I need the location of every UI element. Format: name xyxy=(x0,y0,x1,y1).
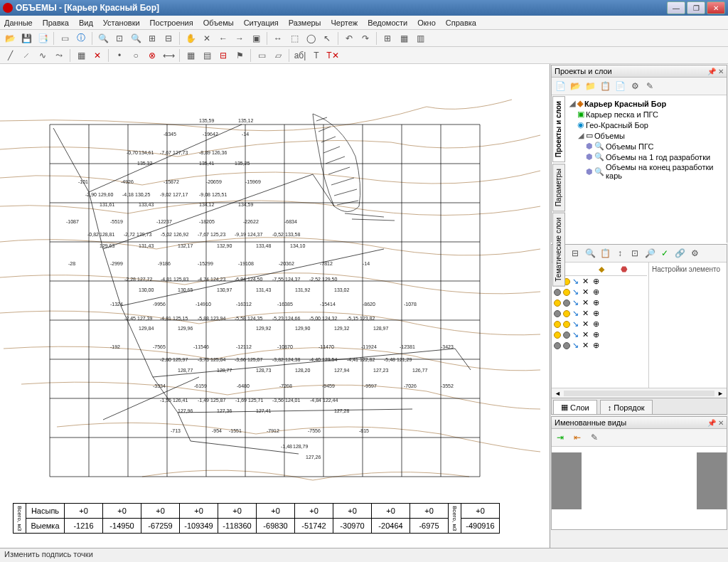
flag-icon[interactable]: ⚑ xyxy=(232,48,247,63)
tile-icon[interactable]: ▦ xyxy=(397,31,411,46)
delete-icon[interactable]: ✕ xyxy=(90,48,105,63)
layer-row[interactable]: ↘✕⊕ xyxy=(553,340,647,351)
lasso-icon[interactable]: ◯ xyxy=(304,31,318,46)
open-icon[interactable]: 📂 xyxy=(3,31,17,46)
pin-icon[interactable]: 📌 ✕ xyxy=(707,419,724,427)
window-icon[interactable]: ⊞ xyxy=(380,31,395,46)
zoom-window-icon[interactable]: ⊡ xyxy=(112,31,127,46)
pin-icon[interactable]: 📌 ✕ xyxy=(707,68,724,75)
view-add-icon[interactable]: ⇥ xyxy=(553,430,567,445)
label-icon[interactable]: T xyxy=(309,48,323,63)
layer-props-icon[interactable]: ⊡ xyxy=(628,246,642,260)
del-node-icon[interactable]: ⊗ xyxy=(145,48,159,63)
maximize-button[interactable]: ❐ xyxy=(687,1,705,14)
copy-icon[interactable]: 📋 xyxy=(598,79,612,93)
view-thumb[interactable] xyxy=(552,452,582,509)
polyline-icon[interactable]: ⟋ xyxy=(19,48,33,63)
vtab-params[interactable]: Параметры xyxy=(552,164,565,211)
tab-layer-order[interactable]: ↕Порядок xyxy=(600,400,653,414)
folder-icon[interactable]: 📁 xyxy=(583,79,597,93)
redo-icon[interactable]: ↷ xyxy=(358,31,373,46)
menu-item[interactable]: Данные xyxy=(4,18,33,27)
layer-del-icon[interactable]: ⊟ xyxy=(568,246,582,260)
view-thumb[interactable] xyxy=(697,452,727,509)
tree-root[interactable]: ◢◈Карьер Красный Бор xyxy=(569,98,724,109)
open2-icon[interactable]: 📂 xyxy=(568,79,582,93)
layer-filter-icon[interactable]: 🔍 xyxy=(583,246,597,260)
layer-row[interactable]: ↘✕⊕ xyxy=(553,308,647,319)
zoom-out-icon[interactable]: 🔍 xyxy=(129,31,143,46)
close-button[interactable]: ✕ xyxy=(707,1,725,14)
curve-icon[interactable]: ∿ xyxy=(36,48,50,63)
layer-check-icon[interactable]: ✓ xyxy=(658,246,672,260)
tab-layers[interactable]: ▦Слои xyxy=(553,400,597,414)
menu-item[interactable]: Объемы xyxy=(203,18,234,27)
point-icon[interactable]: • xyxy=(112,48,127,63)
menu-item[interactable]: Ведомости xyxy=(368,18,407,27)
tree-item[interactable]: ▣Карьер песка и ПГС xyxy=(569,109,724,120)
layers-icon[interactable]: 📑 xyxy=(36,31,50,46)
edit-icon[interactable]: ✎ xyxy=(643,79,657,93)
arrow-r-icon[interactable]: → xyxy=(232,31,247,46)
layer-row[interactable]: ↘✕⊕ xyxy=(553,329,647,340)
cursor-icon[interactable]: ↖ xyxy=(320,31,334,46)
box-icon[interactable]: ▣ xyxy=(249,31,263,46)
arrows-icon[interactable]: ✕ xyxy=(200,31,214,46)
menu-item[interactable]: Ситуация xyxy=(244,18,279,27)
frame-icon[interactable]: ▭ xyxy=(58,31,72,46)
new-icon[interactable]: 📄 xyxy=(553,79,567,93)
grid-icon[interactable]: ▦ xyxy=(74,48,88,63)
menu-item[interactable]: Вид xyxy=(79,18,93,27)
menu-item[interactable]: Окно xyxy=(417,18,436,27)
layer-row[interactable]: ↘✕⊕ xyxy=(553,297,647,308)
layer-link-icon[interactable]: 🔗 xyxy=(673,246,687,260)
tree-subitem[interactable]: ⬢🔍Объемы на 1 год разработки xyxy=(569,152,724,162)
measure-icon[interactable]: ↔ xyxy=(271,31,285,46)
tree-item[interactable]: ◉Гео-Красный Бор xyxy=(569,120,724,130)
view-del-icon[interactable]: ✎ xyxy=(587,430,601,445)
tree-subitem[interactable]: ⬢🔍Объемы ПГС xyxy=(569,141,724,152)
layer-find-icon[interactable]: 🔎 xyxy=(643,246,657,260)
drawing-area[interactable]: 135,59135,12-8345-19642-14-0,70134,61-7,… xyxy=(0,64,550,548)
layer-copy-icon[interactable]: 📋 xyxy=(598,246,612,260)
line-icon[interactable]: ╱ xyxy=(3,48,17,63)
page-icon[interactable]: ▱ xyxy=(271,48,285,63)
table2-icon[interactable]: ▤ xyxy=(200,48,214,63)
sheet-icon[interactable]: ▭ xyxy=(255,48,269,63)
zoom-in-icon[interactable]: 🔍 xyxy=(96,31,110,46)
view-go-icon[interactable]: ⇤ xyxy=(570,430,584,445)
paste-icon[interactable]: 📄 xyxy=(613,79,627,93)
menu-item[interactable]: Размеры xyxy=(289,18,321,27)
cascade-icon[interactable]: ▥ xyxy=(413,31,427,46)
layer-move-icon[interactable]: ↕ xyxy=(613,246,627,260)
zoom-extents-icon[interactable]: ⊞ xyxy=(145,31,159,46)
pan-icon[interactable]: ✋ xyxy=(183,31,198,46)
save-icon[interactable]: 💾 xyxy=(19,31,33,46)
menu-item[interactable]: Правка xyxy=(43,18,69,27)
zoom-fit-icon[interactable]: ⊟ xyxy=(161,31,176,46)
props-icon[interactable]: ⚙ xyxy=(628,79,642,93)
info-icon[interactable]: ⓘ xyxy=(74,31,88,46)
vtab-projects[interactable]: Проекты и слои xyxy=(552,96,565,162)
table-icon[interactable]: ▦ xyxy=(183,48,198,63)
arrow-l-icon[interactable]: ← xyxy=(216,31,230,46)
menu-item[interactable]: Справка xyxy=(446,18,476,27)
tree-item[interactable]: ◢▭Объемы xyxy=(569,130,724,141)
dim-icon[interactable]: ⟷ xyxy=(161,48,176,63)
minimize-button[interactable]: — xyxy=(667,1,685,14)
layer-row[interactable]: ↘✕⊕ xyxy=(553,287,647,297)
layer-row[interactable]: ↘✕⊕ xyxy=(553,276,647,287)
arrow-icon[interactable]: ⤳ xyxy=(52,48,66,63)
menu-item[interactable]: Чертеж xyxy=(331,18,358,27)
select-icon[interactable]: ⬚ xyxy=(287,31,301,46)
tree-subitem[interactable]: ⬢🔍Объемы на конец разработки карь xyxy=(569,162,724,181)
node-icon[interactable]: ○ xyxy=(129,48,143,63)
layer-row[interactable]: ↘✕⊕ xyxy=(553,319,647,329)
text-icon[interactable]: аб| xyxy=(293,48,307,63)
layer-cfg-icon[interactable]: ⚙ xyxy=(687,246,702,260)
del-row-icon[interactable]: ⊟ xyxy=(216,48,230,63)
menu-item[interactable]: Построения xyxy=(150,18,193,27)
undo-icon[interactable]: ↶ xyxy=(342,31,356,46)
menu-item[interactable]: Установки xyxy=(103,18,140,27)
vtab-themes[interactable]: Тематические слои xyxy=(552,213,565,287)
